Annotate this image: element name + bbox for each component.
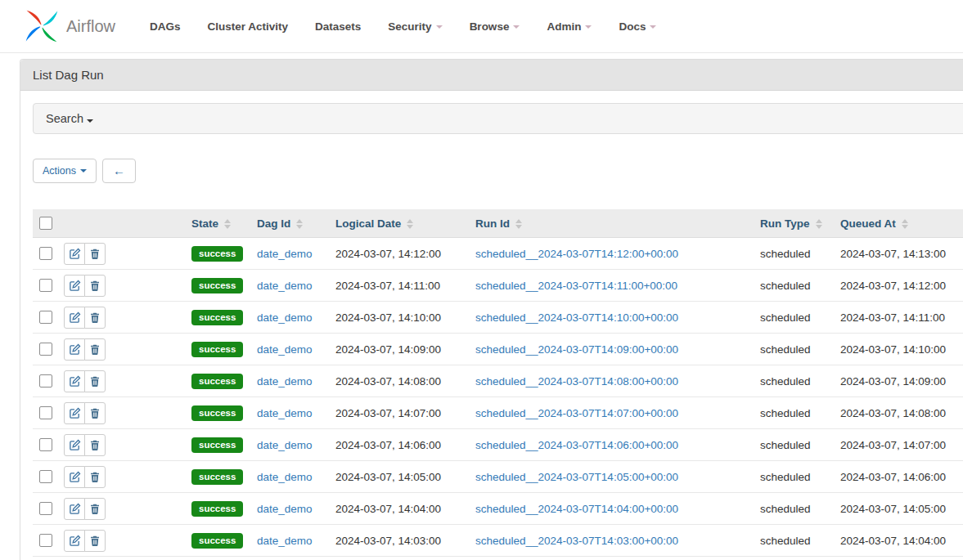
- edit-pencil-icon: [69, 471, 81, 483]
- toolbar: Actions ←: [33, 159, 963, 183]
- dag-id-link[interactable]: date_demo: [257, 471, 313, 483]
- delete-button[interactable]: [84, 370, 106, 392]
- edit-button[interactable]: [64, 530, 85, 552]
- delete-button[interactable]: [84, 498, 106, 520]
- state-badge: success: [191, 310, 243, 325]
- row-checkbox[interactable]: [39, 279, 52, 292]
- dag-run-table: StateDag IdLogical DateRun IdRun TypeQue…: [33, 209, 963, 557]
- sort-icon: [902, 219, 908, 229]
- column-header-state[interactable]: State: [185, 209, 250, 238]
- edit-button[interactable]: [64, 338, 85, 361]
- run-type-cell: scheduled: [754, 365, 834, 397]
- airflow-brand-link[interactable]: Airflow: [23, 7, 115, 45]
- search-collapse-toggle[interactable]: Search: [33, 103, 963, 134]
- column-header-logical-date[interactable]: Logical Date: [329, 209, 469, 238]
- chevron-down-icon: [513, 25, 520, 29]
- row-checkbox[interactable]: [39, 311, 52, 324]
- delete-button[interactable]: [84, 307, 106, 329]
- column-header-run-id[interactable]: Run Id: [469, 209, 754, 238]
- dag-id-link[interactable]: date_demo: [257, 248, 313, 260]
- edit-pencil-icon: [69, 280, 81, 292]
- row-checkbox[interactable]: [39, 343, 52, 356]
- delete-button[interactable]: [84, 530, 106, 552]
- table-row: success date_demo 2024-03-07, 14:10:00 s…: [33, 302, 963, 334]
- back-button[interactable]: ←: [102, 159, 136, 183]
- delete-button[interactable]: [84, 402, 106, 424]
- run-type-cell: scheduled: [754, 493, 834, 525]
- delete-button[interactable]: [84, 466, 106, 488]
- edit-pencil-icon: [69, 248, 81, 260]
- trash-icon: [89, 280, 101, 292]
- trash-icon: [89, 375, 101, 388]
- delete-button[interactable]: [84, 338, 106, 361]
- column-header-run-type[interactable]: Run Type: [754, 209, 834, 238]
- nav-item-security[interactable]: Security: [388, 20, 442, 33]
- edit-button[interactable]: [64, 243, 85, 265]
- nav-item-datasets[interactable]: Datasets: [315, 20, 361, 33]
- table-row: success date_demo 2024-03-07, 14:07:00 s…: [33, 397, 963, 429]
- dag-id-link[interactable]: date_demo: [257, 439, 313, 451]
- trash-icon: [89, 311, 101, 324]
- panel-body: Search Actions ←: [20, 91, 963, 560]
- nav-item-cluster-activity[interactable]: Cluster Activity: [208, 20, 289, 33]
- edit-button[interactable]: [64, 370, 85, 392]
- queued-at-cell: 2024-03-07, 14:04:00: [834, 525, 963, 557]
- delete-button[interactable]: [84, 243, 106, 265]
- nav-item-dags[interactable]: DAGs: [150, 20, 181, 33]
- nav-item-admin[interactable]: Admin: [547, 20, 592, 33]
- run-id-link[interactable]: scheduled__2024-03-07T14:10:00+00:00: [475, 311, 678, 324]
- row-actions: [64, 402, 106, 424]
- edit-button[interactable]: [64, 402, 85, 424]
- state-badge: success: [191, 342, 243, 357]
- table-row: success date_demo 2024-03-07, 14:05:00 s…: [33, 461, 963, 493]
- select-all-checkbox[interactable]: [39, 217, 52, 230]
- row-actions: [64, 434, 106, 456]
- chevron-down-icon: [650, 25, 656, 29]
- edit-button[interactable]: [64, 275, 85, 297]
- delete-button[interactable]: [84, 275, 106, 297]
- row-checkbox[interactable]: [39, 247, 52, 260]
- nav-item-docs[interactable]: Docs: [619, 20, 656, 33]
- run-id-link[interactable]: scheduled__2024-03-07T14:08:00+00:00: [475, 375, 678, 388]
- row-checkbox[interactable]: [39, 502, 52, 515]
- edit-button[interactable]: [64, 498, 85, 520]
- column-label: Dag Id: [257, 217, 290, 230]
- row-actions: [64, 498, 106, 520]
- edit-button[interactable]: [64, 307, 85, 329]
- row-checkbox[interactable]: [39, 406, 52, 419]
- dag-id-link[interactable]: date_demo: [257, 503, 313, 515]
- run-id-link[interactable]: scheduled__2024-03-07T14:07:00+00:00: [475, 407, 678, 419]
- delete-button[interactable]: [84, 434, 106, 456]
- column-label: Queued At: [840, 217, 896, 230]
- dag-id-link[interactable]: date_demo: [257, 535, 313, 547]
- edit-button[interactable]: [64, 434, 85, 456]
- dag-id-link[interactable]: date_demo: [257, 375, 313, 388]
- run-type-cell: scheduled: [754, 334, 834, 365]
- run-id-link[interactable]: scheduled__2024-03-07T14:06:00+00:00: [475, 439, 678, 451]
- dag-id-link[interactable]: date_demo: [257, 311, 313, 324]
- state-badge: success: [191, 501, 243, 517]
- queued-at-cell: 2024-03-07, 14:07:00: [834, 429, 963, 461]
- run-id-link[interactable]: scheduled__2024-03-07T14:09:00+00:00: [475, 343, 678, 356]
- logical-date-cell: 2024-03-07, 14:10:00: [329, 302, 469, 334]
- actions-dropdown-button[interactable]: Actions: [33, 159, 97, 183]
- column-header-queued-at[interactable]: Queued At: [834, 209, 963, 238]
- run-id-link[interactable]: scheduled__2024-03-07T14:04:00+00:00: [475, 503, 678, 515]
- list-dag-run-panel: List Dag Run Search Actions ←: [20, 59, 963, 560]
- row-checkbox[interactable]: [39, 374, 52, 388]
- run-id-link[interactable]: scheduled__2024-03-07T14:12:00+00:00: [475, 248, 678, 260]
- run-id-link[interactable]: scheduled__2024-03-07T14:05:00+00:00: [475, 471, 678, 483]
- edit-button[interactable]: [64, 466, 85, 488]
- run-id-link[interactable]: scheduled__2024-03-07T14:03:00+00:00: [475, 535, 678, 547]
- run-id-link[interactable]: scheduled__2024-03-07T14:11:00+00:00: [475, 280, 677, 292]
- dag-id-link[interactable]: date_demo: [257, 343, 313, 356]
- row-checkbox[interactable]: [39, 534, 52, 547]
- run-type-cell: scheduled: [754, 429, 834, 461]
- row-checkbox[interactable]: [39, 470, 52, 483]
- dag-id-link[interactable]: date_demo: [257, 280, 313, 292]
- dag-id-link[interactable]: date_demo: [257, 407, 313, 419]
- sort-icon: [816, 219, 822, 229]
- row-checkbox[interactable]: [39, 438, 52, 451]
- nav-item-browse[interactable]: Browse: [470, 20, 520, 33]
- column-header-dag-id[interactable]: Dag Id: [250, 209, 329, 238]
